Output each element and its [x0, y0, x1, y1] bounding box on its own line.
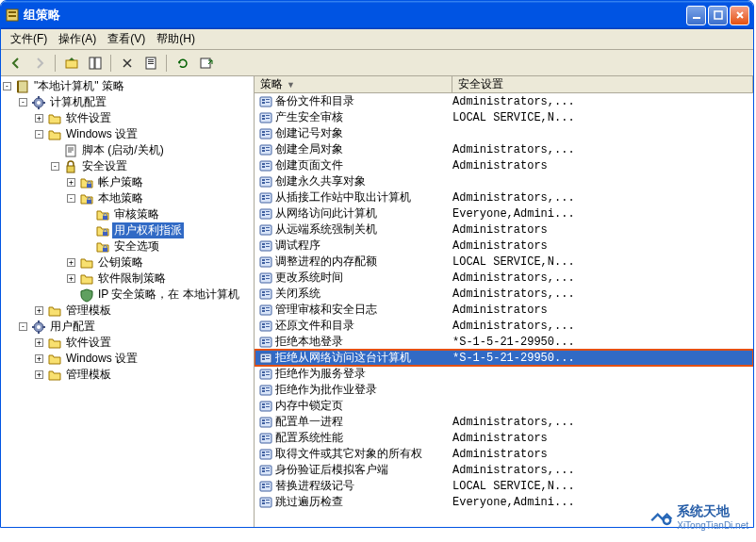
export-button[interactable] — [195, 53, 217, 74]
policy-row[interactable]: 产生安全审核LOCAL SERVICE,N... — [255, 109, 753, 125]
policy-row[interactable]: 内存中锁定页 — [255, 398, 753, 414]
sort-indicator-icon: ▼ — [287, 80, 295, 90]
svg-rect-1 — [8, 11, 16, 13]
collapse-icon[interactable]: - — [19, 98, 27, 107]
policy-icon — [258, 495, 273, 510]
expand-icon[interactable]: + — [35, 354, 43, 363]
policy-name: 替换进程级记号 — [275, 478, 452, 494]
tree-node[interactable]: 用户权利指派 — [3, 222, 252, 238]
folder-icon — [47, 127, 62, 142]
expand-icon[interactable]: + — [67, 178, 75, 187]
up-button[interactable] — [60, 53, 82, 74]
policy-row[interactable]: 身份验证后模拟客户端Administrators,... — [255, 462, 753, 478]
expand-icon[interactable]: + — [67, 274, 75, 283]
tree-node[interactable]: +帐户策略 — [3, 174, 252, 190]
svg-rect-70 — [262, 211, 265, 213]
expand-icon[interactable]: + — [35, 338, 43, 347]
menu-help[interactable]: 帮助(H) — [151, 29, 201, 49]
policy-row[interactable]: 取得文件或其它对象的所有权Administrators — [255, 446, 753, 462]
tree-node[interactable]: IP 安全策略，在 本地计算机 — [3, 287, 252, 303]
svg-rect-21 — [66, 145, 75, 156]
menu-operate[interactable]: 操作(A) — [53, 29, 102, 49]
expand-icon[interactable]: + — [67, 258, 75, 267]
collapse-icon[interactable]: - — [67, 194, 75, 203]
tree-node[interactable]: +软件设置 — [3, 110, 252, 126]
tree-node[interactable]: 安全选项 — [3, 238, 252, 255]
list-body[interactable]: 备份文件和目录Administrators,...产生安全审核LOCAL SER… — [255, 93, 753, 527]
policy-row[interactable]: 拒绝从网络访问这台计算机*S-1-5-21-29950... — [255, 350, 753, 366]
script-icon — [63, 143, 78, 158]
policy-name: 配置系统性能 — [275, 430, 452, 446]
tree-node[interactable]: 审核策略 — [3, 206, 252, 222]
tree-node[interactable]: 脚本 (启动/关机) — [3, 142, 252, 158]
policy-value: LOCAL SERVICE,N... — [452, 111, 753, 124]
tree-pane[interactable]: -"本地计算机" 策略-计算机配置+软件设置-Windows 设置脚本 (启动/… — [1, 76, 255, 527]
policy-row[interactable]: 备份文件和目录Administrators,... — [255, 93, 753, 109]
policy-row[interactable]: 从插接工作站中取出计算机Administrators,... — [255, 189, 753, 205]
column-header-policy[interactable]: 策略 ▼ — [255, 76, 452, 92]
tree-node[interactable]: +管理模板 — [3, 367, 252, 383]
maximize-button[interactable] — [708, 6, 728, 25]
tree-node[interactable]: -计算机配置 — [3, 94, 252, 110]
tree-node[interactable]: -安全设置 — [3, 158, 252, 174]
svg-rect-13 — [18, 81, 27, 92]
policy-row[interactable]: 还原文件和目录Administrators,... — [255, 318, 753, 334]
close-button[interactable] — [730, 6, 749, 25]
policy-row[interactable]: 从远端系统强制关机Administrators — [255, 222, 753, 238]
policy-row[interactable]: 关闭系统Administrators,... — [255, 286, 753, 302]
policy-row[interactable]: 创建记号对象 — [255, 125, 753, 141]
policy-row[interactable]: 调整进程的内存配额LOCAL SERVICE,N... — [255, 254, 753, 270]
policy-row[interactable]: 调试程序Administrators — [255, 238, 753, 254]
policy-row[interactable]: 配置单一进程Administrators,... — [255, 414, 753, 430]
folder-lock-icon — [95, 207, 110, 222]
policy-row[interactable]: 拒绝作为服务登录 — [255, 366, 753, 382]
policy-row[interactable]: 创建全局对象Administrators,... — [255, 141, 753, 157]
menu-file[interactable]: 文件(F) — [5, 29, 53, 49]
collapse-icon[interactable]: - — [35, 130, 43, 139]
tree-node[interactable]: +Windows 设置 — [3, 351, 252, 367]
policy-row[interactable]: 替换进程级记号LOCAL SERVICE,N... — [255, 478, 753, 494]
tree-node[interactable]: +公钥策略 — [3, 255, 252, 271]
column-header-security[interactable]: 安全设置 — [452, 76, 753, 92]
policy-row[interactable]: 拒绝本地登录*S-1-5-21-29950... — [255, 334, 753, 350]
properties-button[interactable] — [140, 53, 161, 74]
back-button[interactable] — [5, 53, 26, 74]
expand-icon[interactable]: + — [35, 306, 43, 315]
menu-view[interactable]: 查看(V) — [102, 29, 151, 49]
tree-node[interactable]: -用户配置 — [3, 319, 252, 335]
policy-value: *S-1-5-21-29950... — [452, 352, 753, 365]
minimize-button[interactable] — [686, 6, 706, 25]
tree-node[interactable]: -本地策略 — [3, 190, 252, 206]
policy-row[interactable]: 拒绝作为批作业登录 — [255, 382, 753, 398]
svg-rect-140 — [262, 435, 265, 437]
titlebar[interactable]: 组策略 — [1, 1, 753, 29]
menubar: 文件(F) 操作(A) 查看(V) 帮助(H) — [1, 29, 753, 50]
tree-node[interactable]: +软件限制策略 — [3, 271, 252, 287]
tree-node[interactable]: +管理模板 — [3, 303, 252, 319]
tree-label: 安全设置 — [80, 158, 129, 174]
policy-row[interactable]: 管理审核和安全日志Administrators — [255, 302, 753, 318]
policy-icon — [258, 158, 273, 173]
policy-row[interactable]: 创建永久共享对象 — [255, 173, 753, 189]
expand-icon[interactable]: + — [35, 114, 43, 123]
policy-row[interactable]: 从网络访问此计算机Everyone,Admini... — [255, 205, 753, 222]
collapse-icon[interactable]: - — [51, 162, 59, 171]
svg-rect-161 — [262, 502, 265, 504]
policy-row[interactable]: 配置系统性能Administrators — [255, 430, 753, 446]
policy-row[interactable]: 创建页面文件Administrators — [255, 157, 753, 173]
tree-node[interactable]: -"本地计算机" 策略 — [3, 78, 252, 94]
svg-rect-115 — [262, 355, 265, 357]
delete-button[interactable] — [116, 53, 138, 74]
show-hide-tree-button[interactable] — [84, 53, 106, 74]
tree-node[interactable]: +软件设置 — [3, 335, 252, 351]
svg-rect-141 — [262, 438, 265, 440]
collapse-icon[interactable]: - — [19, 322, 27, 331]
collapse-icon[interactable]: - — [3, 82, 11, 90]
policy-row[interactable]: 更改系统时间Administrators,... — [255, 270, 753, 286]
policy-value: LOCAL SERVICE,N... — [452, 255, 753, 269]
forward-button[interactable] — [28, 53, 50, 74]
tree-node[interactable]: -Windows 设置 — [3, 126, 252, 142]
policy-value: Administrators,... — [452, 320, 753, 333]
refresh-button[interactable] — [172, 53, 193, 74]
expand-icon[interactable]: + — [35, 370, 43, 379]
